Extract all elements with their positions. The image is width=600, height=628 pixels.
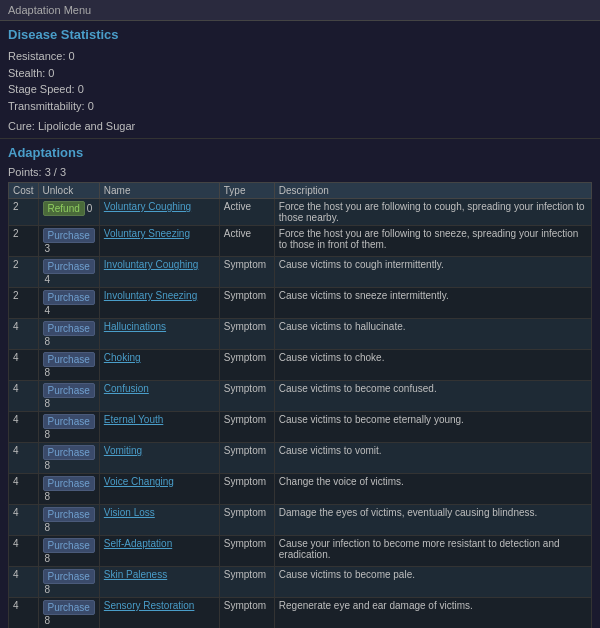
cell-unlock[interactable]: Purchase8 [38,381,99,412]
col-header-name: Name [99,183,219,199]
cell-cost: 4 [9,319,39,350]
cell-desc: Force the host you are following to coug… [274,199,591,226]
cell-unlock[interactable]: Purchase8 [38,443,99,474]
cell-cost: 4 [9,598,39,629]
unlock-num: 8 [45,336,51,347]
table-row: 2Purchase3Voluntary SneezingActiveForce … [9,226,592,257]
adaptation-name-link[interactable]: Confusion [104,383,149,394]
cell-name[interactable]: Vision Loss [99,505,219,536]
cell-name[interactable]: Confusion [99,381,219,412]
adaptation-name-link[interactable]: Voluntary Sneezing [104,228,190,239]
cell-type: Symptom [219,288,274,319]
title-label: Adaptation Menu [8,4,91,16]
table-row: 4Purchase8Skin PalenessSymptomCause vict… [9,567,592,598]
cell-unlock[interactable]: Purchase4 [38,288,99,319]
adaptation-name-link[interactable]: Voice Changing [104,476,174,487]
purchase-button[interactable]: Purchase [43,600,95,615]
cell-unlock[interactable]: Refund0 [38,199,99,226]
purchase-button[interactable]: Purchase [43,321,95,336]
cell-unlock[interactable]: Purchase3 [38,226,99,257]
purchase-button[interactable]: Purchase [43,383,95,398]
adaptation-name-link[interactable]: Involuntary Coughing [104,259,199,270]
cell-name[interactable]: Voice Changing [99,474,219,505]
unlock-num: 8 [45,522,51,533]
cell-unlock[interactable]: Purchase8 [38,598,99,629]
adaptation-name-link[interactable]: Vision Loss [104,507,155,518]
stealth-stat: Stealth: 0 [8,65,592,82]
cell-type: Active [219,199,274,226]
purchase-button[interactable]: Purchase [43,228,95,243]
adaptation-name-link[interactable]: Self-Adaptation [104,538,172,549]
cell-type: Active [219,226,274,257]
stage-speed-stat: Stage Speed: 0 [8,81,592,98]
unlock-num: 8 [45,615,51,626]
unlock-num: 8 [45,553,51,564]
disease-stats-title: Disease Statistics [8,27,592,42]
purchase-button[interactable]: Purchase [43,352,95,367]
purchase-button[interactable]: Purchase [43,445,95,460]
adaptation-name-link[interactable]: Eternal Youth [104,414,164,425]
adaptation-name-link[interactable]: Involuntary Sneezing [104,290,197,301]
cell-unlock[interactable]: Purchase4 [38,257,99,288]
cell-cost: 4 [9,505,39,536]
cell-name[interactable]: Voluntary Sneezing [99,226,219,257]
cell-desc: Cause victims to become pale. [274,567,591,598]
transmittability-stat: Transmittability: 0 [8,98,592,115]
table-row: 4Purchase8Sensory RestorationSymptomRege… [9,598,592,629]
refund-button[interactable]: Refund [43,201,85,216]
cell-unlock[interactable]: Purchase8 [38,350,99,381]
adaptations-title: Adaptations [8,145,592,160]
cell-desc: Cause victims to become eternally young. [274,412,591,443]
adaptation-name-link[interactable]: Voluntary Coughing [104,201,191,212]
purchase-button[interactable]: Purchase [43,290,95,305]
purchase-button[interactable]: Purchase [43,414,95,429]
purchase-button[interactable]: Purchase [43,507,95,522]
purchase-button[interactable]: Purchase [43,569,95,584]
table-row: 4Purchase8VomitingSymptomCause victims t… [9,443,592,474]
adaptation-name-link[interactable]: Choking [104,352,141,363]
cell-unlock[interactable]: Purchase8 [38,536,99,567]
adaptations-section: Adaptations Points: 3 / 3 Cost Unlock Na… [0,139,600,628]
cell-name[interactable]: Involuntary Sneezing [99,288,219,319]
table-row: 2Purchase4Involuntary CoughingSymptomCau… [9,257,592,288]
cell-name[interactable]: Vomiting [99,443,219,474]
cell-unlock[interactable]: Purchase8 [38,505,99,536]
purchase-button[interactable]: Purchase [43,476,95,491]
adaptation-name-link[interactable]: Vomiting [104,445,142,456]
cell-name[interactable]: Choking [99,350,219,381]
cell-cost: 4 [9,412,39,443]
disease-stats-section: Disease Statistics Resistance: 0 Stealth… [0,21,600,139]
cell-cost: 2 [9,199,39,226]
cell-cost: 2 [9,257,39,288]
cell-cost: 4 [9,381,39,412]
adaptation-name-link[interactable]: Hallucinations [104,321,166,332]
cell-name[interactable]: Eternal Youth [99,412,219,443]
cell-name[interactable]: Self-Adaptation [99,536,219,567]
adaptation-name-link[interactable]: Skin Paleness [104,569,167,580]
purchase-button[interactable]: Purchase [43,538,95,553]
cell-unlock[interactable]: Purchase8 [38,474,99,505]
adaptation-name-link[interactable]: Sensory Restoration [104,600,195,611]
cell-unlock[interactable]: Purchase8 [38,567,99,598]
unlock-num: 8 [45,429,51,440]
cell-desc: Cause victims to cough intermittently. [274,257,591,288]
purchase-button[interactable]: Purchase [43,259,95,274]
table-row: 4Purchase8Vision LossSymptomDamage the e… [9,505,592,536]
col-header-type: Type [219,183,274,199]
cell-type: Symptom [219,567,274,598]
table-row: 2Refund0Voluntary CoughingActiveForce th… [9,199,592,226]
table-row: 4Purchase8ChokingSymptomCause victims to… [9,350,592,381]
cell-name[interactable]: Skin Paleness [99,567,219,598]
points-label: Points: 3 / 3 [8,166,592,178]
cell-name[interactable]: Hallucinations [99,319,219,350]
cell-type: Symptom [219,505,274,536]
cell-type: Symptom [219,319,274,350]
cell-name[interactable]: Involuntary Coughing [99,257,219,288]
cell-name[interactable]: Voluntary Coughing [99,199,219,226]
cell-desc: Cause victims to become confused. [274,381,591,412]
cell-desc: Cause victims to vomit. [274,443,591,474]
cell-unlock[interactable]: Purchase8 [38,412,99,443]
cell-unlock[interactable]: Purchase8 [38,319,99,350]
cell-desc: Cause victims to choke. [274,350,591,381]
cell-name[interactable]: Sensory Restoration [99,598,219,629]
